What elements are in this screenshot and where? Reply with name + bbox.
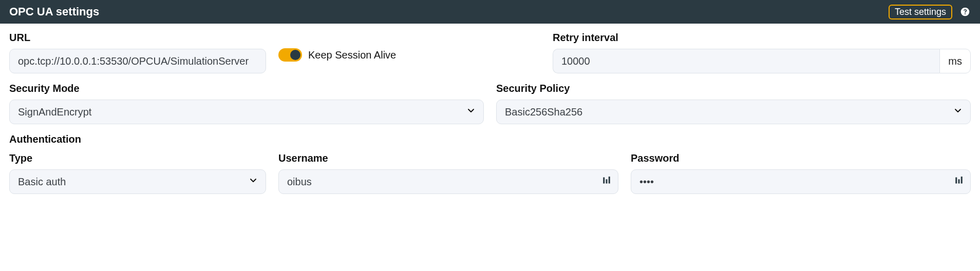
url-input[interactable]: [9, 49, 266, 73]
help-icon[interactable]: [959, 6, 971, 17]
auth-type-select[interactable]: Basic auth: [9, 169, 266, 194]
test-settings-button[interactable]: Test settings: [889, 5, 952, 20]
panel-header: OPC UA settings Test settings: [0, 0, 980, 24]
keep-session-label: Keep Session Alive: [308, 49, 396, 61]
username-input[interactable]: [278, 169, 618, 194]
password-input[interactable]: [631, 169, 971, 194]
chevron-down-icon: [953, 106, 963, 119]
auth-type-label: Type: [9, 152, 266, 164]
password-label: Password: [631, 152, 971, 164]
security-mode-label: Security Mode: [9, 83, 484, 94]
chevron-down-icon: [466, 106, 476, 119]
chevron-down-icon: [248, 176, 258, 188]
security-mode-select[interactable]: SignAndEncrypt: [9, 100, 484, 124]
authentication-heading: Authentication: [9, 133, 971, 145]
security-policy-label: Security Policy: [496, 83, 971, 94]
security-policy-value: Basic256Sha256: [505, 106, 582, 118]
panel-title: OPC UA settings: [9, 5, 889, 18]
auth-type-value: Basic auth: [18, 176, 66, 188]
retry-interval-unit: ms: [939, 49, 971, 73]
keep-session-toggle[interactable]: [278, 48, 302, 62]
security-mode-value: SignAndEncrypt: [18, 106, 91, 118]
username-label: Username: [278, 152, 618, 164]
security-policy-select[interactable]: Basic256Sha256: [496, 100, 971, 124]
retry-interval-input[interactable]: [553, 49, 939, 73]
retry-interval-label: Retry interval: [553, 32, 971, 44]
url-label: URL: [9, 32, 266, 44]
panel-content: URL Keep Session Alive Retry interval ms…: [0, 24, 980, 206]
toggle-knob: [290, 50, 300, 60]
